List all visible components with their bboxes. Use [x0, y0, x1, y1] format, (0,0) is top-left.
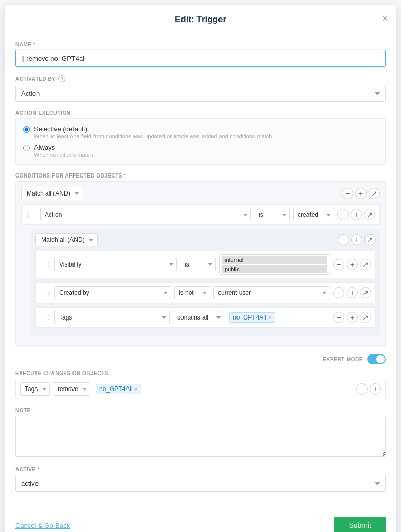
always-desc: When conditions match: [34, 152, 93, 158]
sub-match-wrap: Match all (AND) Match any (OR): [35, 233, 98, 246]
execute-minus-btn[interactable]: −: [356, 383, 368, 395]
action-field-select[interactable]: Action: [40, 208, 251, 221]
conditions-section: CONDITIONS FOR AFFECTED OBJECTS * Match …: [15, 173, 386, 346]
execute-plus-btn[interactable]: +: [370, 383, 381, 395]
top-match-select[interactable]: Match all (AND) Match any (OR): [21, 187, 83, 200]
activated-by-section: ACTIVATED BY ? Action Time-based Schedul…: [15, 75, 386, 102]
selective-option: Selective (default) When at least one fi…: [23, 125, 378, 139]
tag-remove-btn[interactable]: ×: [268, 314, 271, 321]
condition-row-action: ⋮⋮ Action is created − + ↗: [21, 204, 380, 225]
note-label: NOTE: [15, 407, 386, 413]
created-by-field-select[interactable]: Created by: [54, 286, 171, 299]
sub-match-row: Match all (AND) Match any (OR) − + ↗: [35, 233, 376, 246]
active-label: ACTIVE *: [15, 467, 386, 472]
tags-plus-btn[interactable]: +: [347, 312, 358, 323]
drag-handle-visibility[interactable]: ⋮⋮: [40, 261, 51, 268]
close-button[interactable]: ×: [382, 14, 388, 23]
footer-row: Cancel & Go Back Submit: [5, 509, 396, 532]
tags-op-select[interactable]: contains all: [173, 311, 224, 324]
submit-button[interactable]: Submit: [334, 517, 386, 532]
action-expand-btn[interactable]: ↗: [364, 209, 375, 220]
action-minus-btn[interactable]: −: [337, 209, 349, 220]
sub-minus-btn[interactable]: −: [338, 234, 349, 245]
modal-header: Edit: Trigger ×: [5, 5, 396, 32]
execute-section: EXECUTE CHANGES ON OBJECTS Tags remove a…: [15, 370, 386, 399]
execute-field-select[interactable]: Tags: [20, 382, 50, 396]
tags-expand-btn[interactable]: ↗: [360, 312, 371, 323]
top-expand-btn[interactable]: ↗: [369, 188, 380, 199]
conditions-box: Match all (AND) Match any (OR) − + ↗ ⋮⋮ …: [15, 181, 386, 346]
top-match-btn-group: − + ↗: [342, 188, 380, 199]
execute-label: EXECUTE CHANGES ON OBJECTS: [15, 370, 386, 376]
created-by-btn-group: − + ↗: [333, 287, 371, 298]
action-row-btn-group: − + ↗: [337, 209, 375, 220]
activated-by-label: ACTIVATED BY ?: [15, 75, 386, 82]
top-plus-btn[interactable]: +: [355, 188, 367, 199]
condition-row-tags: ⋮⋮ Tags contains all no_GPT4All ×: [35, 307, 376, 328]
selective-label: Selective (default): [34, 125, 272, 133]
name-label: NAME *: [15, 42, 386, 47]
conditions-label: CONDITIONS FOR AFFECTED OBJECTS *: [15, 173, 386, 179]
drag-handle-tags[interactable]: ⋮⋮: [40, 314, 51, 321]
tags-field-select[interactable]: Tags: [54, 311, 170, 324]
sub-conditions-group: Match all (AND) Match any (OR) − + ↗ ⋮⋮: [31, 229, 380, 336]
selective-radio[interactable]: [23, 126, 30, 133]
execute-tag-remove-btn[interactable]: ×: [135, 386, 138, 392]
tag-no-gpt4all: no_GPT4All ×: [229, 312, 275, 323]
execute-btn-group: − +: [356, 383, 381, 395]
cancel-button[interactable]: Cancel & Go Back: [15, 522, 70, 529]
visibility-plus-btn[interactable]: +: [347, 259, 358, 270]
top-minus-btn[interactable]: −: [342, 188, 353, 199]
tags-value-container: no_GPT4All ×: [227, 311, 330, 324]
condition-row-visibility: ⋮⋮ Visibility is internal public −: [35, 251, 376, 278]
visibility-expand-btn[interactable]: ↗: [360, 259, 371, 270]
tags-btn-group: − + ↗: [333, 312, 371, 323]
modal-title: Edit: Trigger: [175, 14, 226, 25]
sub-match-select[interactable]: Match all (AND) Match any (OR): [35, 233, 98, 246]
top-match-wrap: Match all (AND) Match any (OR): [21, 187, 83, 200]
execute-action-select[interactable]: remove add: [53, 382, 90, 396]
visibility-op-select[interactable]: is: [180, 258, 216, 271]
modal-body: NAME * ACTIVATED BY ? Action Time-based …: [5, 32, 396, 509]
created-by-expand-btn[interactable]: ↗: [360, 287, 371, 298]
created-by-value-select[interactable]: current user: [213, 286, 330, 299]
visibility-minus-btn[interactable]: −: [333, 259, 344, 270]
created-by-minus-btn[interactable]: −: [333, 287, 344, 298]
drag-handle-created-by[interactable]: ⋮⋮: [40, 290, 51, 296]
action-plus-btn[interactable]: +: [351, 209, 362, 220]
drag-handle-action[interactable]: ⋮⋮: [26, 211, 37, 218]
sub-plus-btn[interactable]: +: [351, 234, 362, 245]
always-option: Always When conditions match: [23, 144, 378, 158]
visibility-internal-tag: internal: [222, 256, 327, 264]
action-value-select[interactable]: created: [293, 208, 334, 221]
sub-expand-btn[interactable]: ↗: [364, 234, 376, 245]
created-by-plus-btn[interactable]: +: [347, 287, 358, 298]
selective-desc: When at least one field from conditions …: [34, 133, 272, 139]
name-section: NAME *: [15, 42, 386, 67]
note-section: NOTE: [15, 407, 386, 458]
execute-tags-container: no_GPT4All ×: [94, 383, 353, 395]
action-execution-section: ACTION EXECUTION Selective (default) Whe…: [15, 110, 386, 165]
note-textarea[interactable]: [15, 416, 386, 457]
action-execution-label: ACTION EXECUTION: [15, 110, 386, 116]
expert-mode-row: EXPERT MODE: [15, 354, 386, 364]
active-section: ACTIVE * active inactive: [15, 467, 386, 492]
execute-tag-no-gpt4all: no_GPT4All ×: [96, 384, 141, 394]
help-icon[interactable]: ?: [58, 75, 65, 82]
created-by-op-select[interactable]: is not: [174, 286, 210, 299]
visibility-field-select[interactable]: Visibility: [54, 258, 177, 271]
visibility-public-tag: public: [222, 265, 327, 273]
action-op-select[interactable]: is: [254, 208, 290, 221]
activated-by-select[interactable]: Action Time-based Scheduled: [15, 85, 386, 102]
active-select[interactable]: active inactive: [15, 475, 386, 492]
always-label: Always: [34, 144, 93, 151]
condition-row-created-by: ⋮⋮ Created by is not current user − +: [35, 282, 376, 303]
edit-trigger-modal: Edit: Trigger × NAME * ACTIVATED BY ? Ac…: [5, 5, 396, 532]
top-match-row: Match all (AND) Match any (OR) − + ↗: [21, 187, 380, 200]
always-radio[interactable]: [23, 145, 30, 151]
execute-row: Tags remove add no_GPT4All × − +: [15, 379, 386, 399]
action-execution-box: Selective (default) When at least one fi…: [15, 118, 386, 165]
tags-minus-btn[interactable]: −: [333, 312, 344, 323]
name-input[interactable]: [15, 50, 386, 67]
expert-mode-toggle[interactable]: [367, 354, 386, 364]
